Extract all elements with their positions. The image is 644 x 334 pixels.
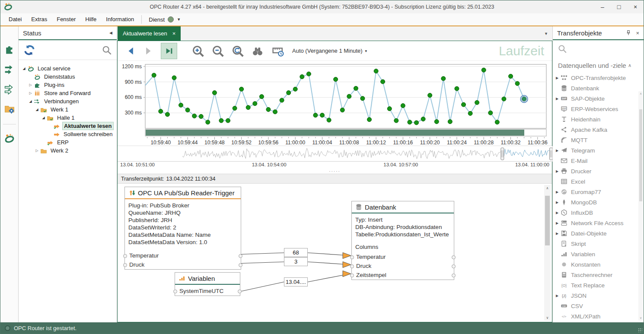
menu-item-fenster[interactable]: Fenster [52,13,80,25]
tree-item-store-and-forward[interactable]: ▷Store and Forward [19,89,116,97]
maximize-button[interactable]: □ [611,0,627,13]
transfer-item-konstanten[interactable]: Konstanten [555,259,644,270]
transfer-item-datenbank[interactable]: Datenbank [555,83,644,93]
time-range-selector[interactable]: Auto (Vergangene 1 Minute) ▾ [292,48,367,54]
zoom-reset-icon[interactable] [232,45,244,57]
tree-item-verbindungen[interactable]: ◢Verbindungen [19,97,116,105]
node-variablen[interactable]: Variablen SystemTimeUTC [175,272,240,296]
transfer-item-network-file-access[interactable]: ▶Network File Access [555,218,644,228]
tree-item-aktualwerte-lesen[interactable]: Aktualwerte lesen [19,122,116,130]
scrollbar-thumb[interactable] [545,196,550,245]
tree-item-plug-ins[interactable]: ▷Plug-ins [19,81,116,89]
expand-icon[interactable]: ▶ [555,97,560,101]
tree-expander-icon[interactable]: ▷ [28,91,33,95]
transfer-item-skript[interactable]: Skript [555,239,644,249]
collapse-panel-icon[interactable]: ◀ [109,31,112,35]
zoom-out-icon[interactable] [212,45,224,57]
transfer-item-apache-kafka[interactable]: Apache Kafka [555,124,644,135]
expand-icon[interactable]: ▶ [555,232,560,235]
menu-item-datei[interactable]: Datei [4,13,26,25]
transfer-item-taschenrechner[interactable]: Taschenrechner [555,270,644,280]
tree-expander-icon[interactable]: ◢ [34,108,40,111]
section-datenquellen[interactable]: Datenquellen und -ziele ∧ [553,57,644,73]
tab-list-dropdown-icon[interactable]: ▼ [544,32,548,36]
expand-icon[interactable]: ▶ [555,190,560,194]
transfer-item-e-mail[interactable]: E-Mail [555,156,644,166]
transfer-item-mongodb[interactable]: ▶MongoDB [555,197,644,207]
transfer-item-drucker[interactable]: ▶Drucker [555,166,644,176]
step-back-button[interactable] [126,46,136,56]
tab-close-icon[interactable]: × [172,30,176,37]
zoom-in-icon[interactable] [192,45,204,57]
transfer-item-mqtt[interactable]: MQTT [555,135,644,145]
transfer-item-csv[interactable]: CSVCSV [555,301,644,311]
expand-icon[interactable]: ▶ [555,169,560,173]
transfer-item-telegram[interactable]: ▶Telegram [555,145,644,156]
scroll-up-icon[interactable]: ∧ [546,185,549,191]
node-pubsub-trigger[interactable]: OPC UA Pub/Sub Reader-Trigger Plug-in: P… [124,187,241,270]
tree-item-halle-1[interactable]: ◢Halle 1 [19,114,116,122]
menu-item-dienst[interactable]: Dienst ▼ [144,16,185,23]
scroll-down-icon[interactable]: ∨ [546,315,549,321]
binoculars-icon[interactable] [252,45,264,57]
time-range-icon[interactable] [271,45,284,57]
port-druck[interactable]: Druck [352,261,454,270]
menu-item-extras[interactable]: Extras [26,13,52,25]
transfer-item-variablen[interactable]: Variablen [555,249,644,259]
expand-icon[interactable]: ▶ [555,76,560,80]
transfer-item-opc-transferobjekte[interactable]: ▶OPC-Transferobjekte [555,73,644,83]
close-button[interactable]: × [627,0,644,13]
transfer-item-datei-objekte[interactable]: ▶Datei-Objekte [555,228,644,239]
tree-item-local-service[interactable]: ◢Local service [19,64,116,73]
transfer-item-euromap77[interactable]: ▶Euromap77 [555,187,644,197]
tab-aktualwerte-lesen[interactable]: Aktualwerte lesen × [118,26,181,41]
port-systemtimeutc[interactable]: SystemTimeUTC [175,286,240,296]
tree-expander-icon[interactable]: ▷ [28,83,33,87]
tree-expander-icon[interactable]: ◢ [41,116,46,120]
expand-icon[interactable]: ▶ [555,211,560,215]
port-druck[interactable]: Druck [125,260,241,269]
timeline-overview[interactable] [118,146,552,161]
close-panel-icon[interactable]: × [636,30,639,36]
transfer-item-influxdb[interactable]: ▶InfluxDB [555,207,644,218]
resize-grip[interactable] [638,328,642,332]
rail-logo-icon[interactable] [4,133,15,144]
latency-chart[interactable]: 300 ms600 ms900 ms1200 ms10:59:4010:59:4… [118,61,552,146]
splitter-handle[interactable]: ····· [118,169,552,174]
transfer-item-xml-xpath[interactable]: </>XML/XPath [555,311,644,321]
expand-icon[interactable]: ▶ [555,149,560,153]
scrollbar-thumb[interactable] [639,109,642,201]
chevron-up-icon[interactable]: ∧ [628,63,631,68]
tree-item-dienststatus[interactable]: Dienststatus [19,73,116,81]
rail-folder-gear-icon[interactable] [4,103,15,115]
menu-item-information[interactable]: Information [101,13,139,25]
transfer-item-excel[interactable]: Excel [555,176,644,187]
panel-scrollbar[interactable]: ∧ ∨ [638,91,643,321]
step-forward-button[interactable] [143,46,153,56]
transfer-search[interactable] [553,40,644,57]
expand-icon[interactable]: ▶ [555,221,560,225]
skip-to-end-button[interactable] [161,43,177,59]
port-zeitstempel[interactable]: Zeitstempel [352,270,454,280]
transfer-item-text-replace[interactable]: {O}Text Replace [555,280,644,290]
expand-icon[interactable]: ▶ [555,294,560,298]
minimize-button[interactable]: – [594,0,611,13]
transfer-item-heidenhain[interactable]: Heidenhain [555,114,644,124]
transfer-item-json[interactable]: ▶{J}JSON [555,290,644,301]
tree-item-erp[interactable]: ERP [19,138,116,146]
rail-puzzle-icon[interactable] [4,44,15,55]
tree-item-sollwerte-schreiben[interactable]: Sollwerte schreiben [19,130,116,138]
rail-arrows-filled-icon[interactable] [4,64,15,75]
search-icon[interactable] [102,45,112,55]
tree-expander-icon[interactable]: ▷ [34,149,40,153]
scroll-up-icon[interactable]: ∧ [640,91,642,96]
pin-icon[interactable] [625,30,631,36]
transfer-item-erp-webservices[interactable]: ERPERP-Webservices [555,104,644,114]
port-temperatur[interactable]: Temperatur [352,252,454,261]
tree-expander-icon[interactable]: ◢ [28,99,33,103]
rail-arrows-outline-icon[interactable] [4,83,15,95]
flow-vertical-scrollbar[interactable]: ∧ ∨ [544,185,551,321]
transfer-item-sap-objekte[interactable]: ▶SAPSAP-Objekte [555,93,644,104]
menu-item-hilfe[interactable]: Hilfe [80,13,101,25]
expand-icon[interactable]: ▶ [555,200,560,204]
